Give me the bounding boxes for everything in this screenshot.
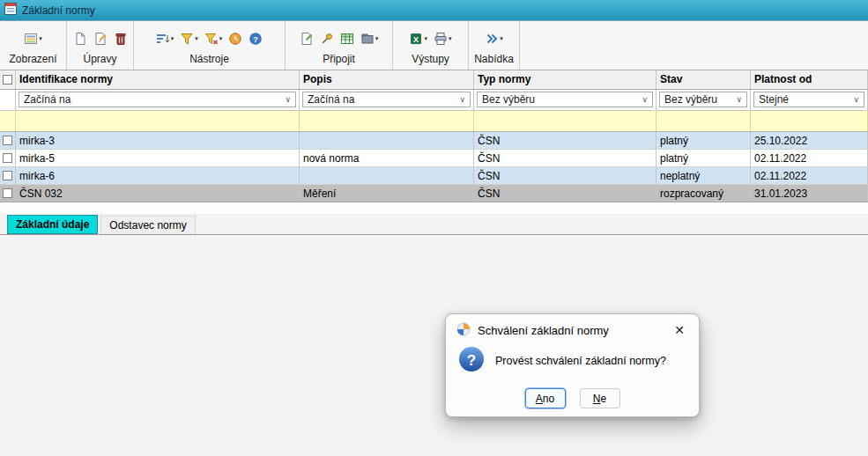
table-row[interactable]: mirka-6 ČSN neplatný 02.11.2022 xyxy=(0,167,868,185)
grid-search-row xyxy=(0,111,868,132)
column-header-identifikace[interactable]: Identifikace normy xyxy=(16,70,300,89)
no-button-label: Ne xyxy=(590,393,611,405)
column-header-stav[interactable]: Stav xyxy=(657,70,751,89)
cell-stav: neplatný xyxy=(657,167,751,184)
sort-button[interactable]: ▾ xyxy=(155,31,175,47)
chevron-down-icon: ▾ xyxy=(424,35,427,42)
sort-icon xyxy=(156,32,170,46)
yes-button[interactable]: Ano xyxy=(525,388,566,408)
filter-icon xyxy=(180,32,194,46)
cell-stav: platný xyxy=(657,132,751,149)
search-input-typ-normy[interactable] xyxy=(474,111,657,131)
note-edit-button[interactable] xyxy=(299,31,315,47)
edit-record-button[interactable] xyxy=(93,31,108,47)
table-row-selected[interactable]: ČSN 032 Měření ČSN rozpracovaný 31.01.20… xyxy=(0,185,868,202)
search-input-identifikace[interactable] xyxy=(16,111,300,131)
filter-combo-identifikace[interactable]: Začíná na∨ xyxy=(19,92,296,107)
filter-combo-value: Bez výběru xyxy=(482,93,535,106)
cell-platnost-od: 31.01.2023 xyxy=(751,185,868,202)
linked-table-button[interactable] xyxy=(339,31,355,47)
row-checkbox[interactable] xyxy=(3,136,12,145)
filter-combo-value: Stejné xyxy=(759,93,789,106)
toolbar-group-label-nabidka: Nabídka xyxy=(469,53,519,67)
cell-popis xyxy=(300,167,474,184)
filter-cell-popis: Začíná na∨ xyxy=(300,90,474,110)
cell-popis: nová norma xyxy=(300,150,474,166)
row-checkbox-cell xyxy=(0,150,16,166)
app-icon xyxy=(4,3,17,18)
filter-combo-typ-normy[interactable]: Bez výběru∨ xyxy=(477,92,653,107)
delete-record-button[interactable] xyxy=(113,31,129,47)
dialog-title: Schválení základní normy xyxy=(478,324,660,337)
filter-clear-icon xyxy=(204,32,219,46)
toolbar-group-label-vystupy: Výstupy xyxy=(393,53,468,67)
cell-stav: platný xyxy=(657,150,751,166)
table-row[interactable]: mirka-3 ČSN platný 25.10.2022 xyxy=(0,132,868,150)
grid-bottom-gap xyxy=(0,202,868,214)
column-header-platnost-od[interactable]: Platnost od xyxy=(751,70,868,89)
excel-export-button[interactable]: X ▾ xyxy=(408,31,428,47)
trash-icon xyxy=(114,32,128,46)
toolbar-group-label-upravy: Úpravy xyxy=(67,53,133,67)
tab-zakladni-udaje[interactable]: Základní údaje xyxy=(7,215,98,234)
cell-popis: Měření xyxy=(300,185,474,202)
chevron-down-icon: ∨ xyxy=(285,95,291,104)
column-header-popis[interactable]: Popis xyxy=(300,70,474,89)
help-button[interactable]: ? xyxy=(248,31,263,47)
close-icon[interactable]: ✕ xyxy=(667,321,692,339)
cell-typ-normy: ČSN xyxy=(474,185,657,202)
filter-combo-platnost-od[interactable]: Stejné∨ xyxy=(753,92,864,107)
filter-cell-identifikace: Začíná na∨ xyxy=(16,90,300,110)
toolbar-group-zobrazeni: ▾ Zobrazení xyxy=(0,21,67,70)
print-button[interactable]: ▾ xyxy=(433,31,453,47)
detail-tabstrip: Základní údaje Odstavec normy xyxy=(0,214,868,235)
toolbar-group-label-nastroje: Nástroje xyxy=(134,53,285,67)
grid-filter-row: Začíná na∨ Začíná na∨ Bez výběru∨ Bez vý… xyxy=(0,90,868,111)
search-input-cell[interactable] xyxy=(0,111,16,131)
cell-identifikace: mirka-3 xyxy=(16,132,300,149)
cell-identifikace: mirka-5 xyxy=(16,150,300,166)
column-header-typ-normy[interactable]: Typ normy xyxy=(474,70,657,89)
row-checkbox[interactable] xyxy=(3,171,12,180)
chevron-down-icon: ▾ xyxy=(449,35,452,42)
table-row[interactable]: mirka-5 nová norma ČSN platný 02.11.2022 xyxy=(0,150,868,167)
new-record-button[interactable] xyxy=(72,31,88,47)
attachment-menu-button[interactable]: ▾ xyxy=(360,31,380,47)
search-input-popis[interactable] xyxy=(300,111,474,131)
chevron-down-icon: ▾ xyxy=(500,35,503,42)
filter-clear-button[interactable]: ▾ xyxy=(204,31,224,47)
search-input-stav[interactable] xyxy=(657,111,751,131)
row-checkbox[interactable] xyxy=(3,153,12,163)
search-input-platnost-od[interactable] xyxy=(751,111,868,131)
yes-button-label: Ano xyxy=(535,393,556,405)
history-button[interactable] xyxy=(227,31,243,47)
dialog-body: ? Provést schválení základní normy? xyxy=(446,341,699,375)
cell-platnost-od: 02.11.2022 xyxy=(751,150,868,166)
dialog-app-icon xyxy=(456,322,471,339)
pushpin-icon xyxy=(320,32,334,46)
tab-odstavec-normy[interactable]: Odstavec normy xyxy=(100,216,195,234)
filter-combo-stav[interactable]: Bez výběru∨ xyxy=(659,92,747,107)
row-checkbox-cell xyxy=(0,185,16,202)
note-edit-icon xyxy=(300,32,314,46)
filter-cell-typ-normy: Bez výběru∨ xyxy=(474,90,657,110)
filter-button[interactable]: ▾ xyxy=(179,31,199,47)
filter-empty-cell xyxy=(0,90,16,110)
menu-button[interactable]: ▾ xyxy=(484,31,504,47)
chevron-down-icon: ▾ xyxy=(219,35,223,42)
select-all-checkbox[interactable] xyxy=(3,75,12,85)
question-icon: ? xyxy=(458,346,485,375)
filter-combo-popis[interactable]: Začíná na∨ xyxy=(302,92,471,107)
select-all-cell[interactable] xyxy=(0,70,16,89)
app-window: Základní normy ▾ Zobrazení xyxy=(0,0,868,456)
attachment-button[interactable] xyxy=(319,31,335,47)
edit-document-icon xyxy=(93,32,108,46)
chevron-down-icon: ∨ xyxy=(736,95,742,104)
row-checkbox[interactable] xyxy=(3,188,12,198)
view-mode-button[interactable]: ▾ xyxy=(23,31,43,47)
window-titlebar: Základní normy xyxy=(0,0,868,21)
filter-combo-value: Bez výběru xyxy=(664,93,717,106)
cell-identifikace: ČSN 032 xyxy=(16,185,300,202)
excel-icon: X xyxy=(409,32,423,46)
no-button[interactable]: Ne xyxy=(580,388,620,408)
